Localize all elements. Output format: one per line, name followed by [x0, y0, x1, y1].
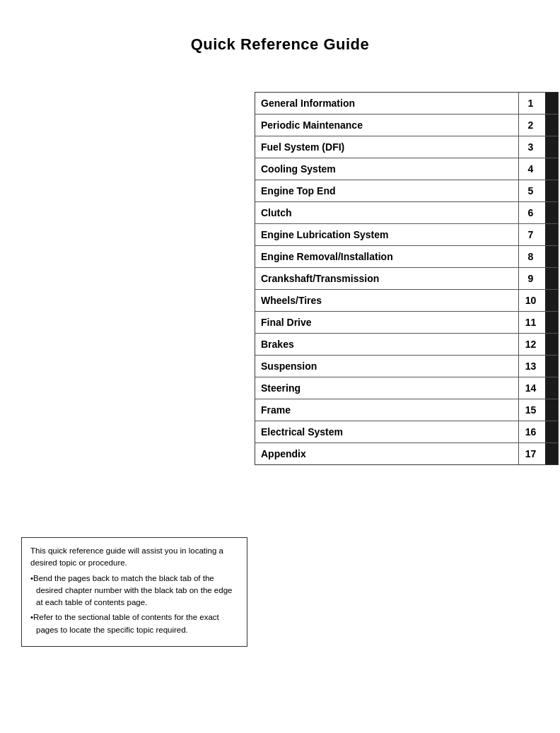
toc-number: 5	[518, 180, 545, 201]
toc-label: General Information	[255, 93, 518, 114]
toc-number: 11	[518, 312, 545, 333]
toc-number: 9	[518, 268, 545, 289]
toc-row[interactable]: Appendix17	[255, 442, 559, 465]
toc-tab	[545, 421, 558, 442]
note-box: This quick reference guide will assist y…	[21, 537, 247, 647]
toc-row[interactable]: Fuel System (DFI)3	[255, 136, 559, 158]
toc-number: 15	[518, 399, 545, 421]
toc-label: Crankshaft/Transmission	[255, 268, 518, 289]
toc-number: 1	[518, 93, 545, 114]
toc-tab	[545, 246, 558, 267]
toc-tab	[545, 356, 558, 377]
toc-row[interactable]: Steering14	[255, 377, 559, 399]
toc-label: Clutch	[255, 202, 518, 223]
toc-tab	[545, 290, 558, 311]
toc-label: Wheels/Tires	[255, 290, 518, 311]
toc-tab	[545, 158, 558, 180]
toc-container: General Information1Periodic Maintenance…	[255, 92, 559, 465]
toc-number: 13	[518, 356, 545, 377]
toc-tab	[545, 268, 558, 289]
toc-tab	[545, 180, 558, 201]
toc-label: Engine Lubrication System	[255, 224, 518, 245]
note-line3: •Refer to the sectional table of content…	[30, 611, 238, 636]
toc-row[interactable]: Cooling System4	[255, 158, 559, 180]
note-line2: •Bend the pages back to match the black …	[30, 573, 238, 609]
toc-label: Cooling System	[255, 158, 518, 180]
toc-number: 12	[518, 334, 545, 355]
toc-label: Electrical System	[255, 421, 518, 442]
toc-label: Fuel System (DFI)	[255, 136, 518, 158]
toc-number: 3	[518, 136, 545, 158]
toc-label: Frame	[255, 399, 518, 421]
toc-number: 10	[518, 290, 545, 311]
toc-tab	[545, 443, 558, 464]
toc-row[interactable]: Brakes12	[255, 333, 559, 355]
toc-label: Suspension	[255, 356, 518, 377]
toc-row[interactable]: Final Drive11	[255, 311, 559, 333]
toc-number: 14	[518, 377, 545, 399]
toc-number: 7	[518, 224, 545, 245]
toc-number: 2	[518, 115, 545, 136]
toc-label: Steering	[255, 377, 518, 399]
toc-row[interactable]: Suspension13	[255, 355, 559, 377]
toc-tab	[545, 224, 558, 245]
toc-number: 16	[518, 421, 545, 442]
toc-label: Engine Removal/Installation	[255, 246, 518, 267]
toc-label: Final Drive	[255, 312, 518, 333]
toc-tab	[545, 93, 558, 114]
toc-label: Appendix	[255, 443, 518, 464]
toc-tab	[545, 377, 558, 399]
toc-tab	[545, 136, 558, 158]
toc-number: 8	[518, 246, 545, 267]
toc-row[interactable]: Clutch6	[255, 201, 559, 223]
toc-row[interactable]: Engine Lubrication System7	[255, 223, 559, 245]
toc-row[interactable]: Crankshaft/Transmission9	[255, 267, 559, 289]
page-title: Quick Reference Guide	[0, 0, 560, 82]
toc-label: Engine Top End	[255, 180, 518, 201]
toc-number: 6	[518, 202, 545, 223]
toc-number: 17	[518, 443, 545, 464]
toc-row[interactable]: General Information1	[255, 92, 559, 114]
toc-tab	[545, 312, 558, 333]
toc-label: Brakes	[255, 334, 518, 355]
toc-row[interactable]: Engine Top End5	[255, 180, 559, 201]
toc-row[interactable]: Electrical System16	[255, 421, 559, 442]
toc-number: 4	[518, 158, 545, 180]
toc-row[interactable]: Periodic Maintenance2	[255, 114, 559, 136]
toc-row[interactable]: Engine Removal/Installation8	[255, 245, 559, 267]
toc-tab	[545, 334, 558, 355]
note-line1: This quick reference guide will assist y…	[30, 545, 238, 570]
toc-tab	[545, 399, 558, 421]
toc-row[interactable]: Wheels/Tires10	[255, 289, 559, 311]
toc-label: Periodic Maintenance	[255, 115, 518, 136]
toc-row[interactable]: Frame15	[255, 399, 559, 421]
toc-tab	[545, 115, 558, 136]
toc-tab	[545, 202, 558, 223]
